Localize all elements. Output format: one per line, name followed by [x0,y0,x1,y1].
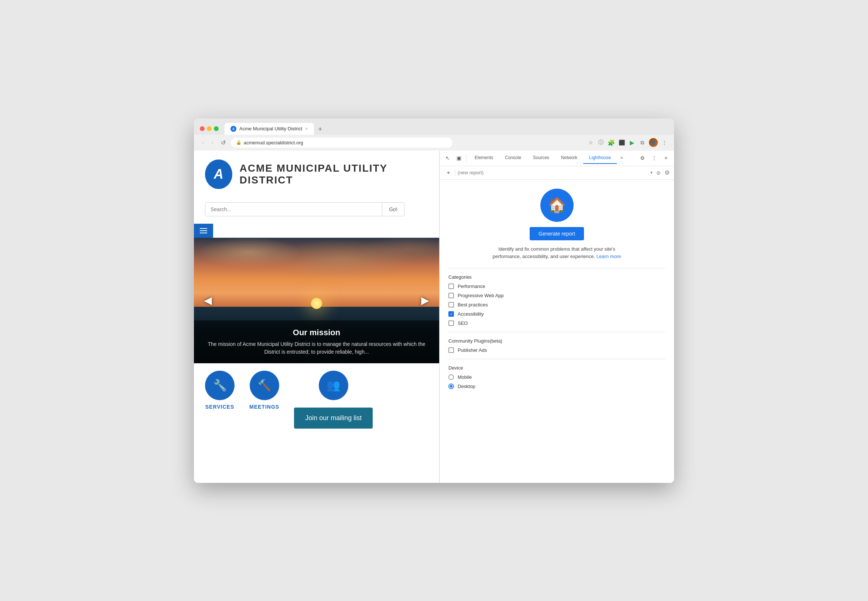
devtools-settings-button[interactable]: ⚙ [637,153,648,163]
chrome-menu-icon[interactable]: ⋮ [661,139,668,146]
forward-button[interactable]: › [209,138,215,147]
pwa-checkbox[interactable] [448,293,454,298]
lighthouse-gear-button[interactable]: ⚙ [665,169,670,176]
lighthouse-lighthouse-icon: 🏠 [548,197,566,214]
tab-console[interactable]: Console [499,152,527,164]
logo-letter: A [214,166,223,182]
tab-lighthouse[interactable]: Lighthouse [583,152,617,164]
new-tab-button[interactable]: + [315,124,326,135]
performance-checkbox[interactable] [448,284,454,289]
hero-prev-button[interactable]: ◄ [198,289,218,312]
toolbar-separator [466,154,466,162]
hero-caption: Our mission The mission of Acme Municipa… [194,320,439,363]
meet-icon[interactable]: ▶ [628,139,636,146]
services-label: SERVICES [205,404,235,410]
category-performance: Performance [448,284,665,289]
staff-item[interactable]: 👥 Join our mailing list [294,371,373,429]
desktop-radio[interactable] [448,384,454,389]
search-section: Go! [194,198,439,224]
tab-network[interactable]: Network [555,152,583,164]
categories-title: Categories [448,274,665,280]
content-area: A ACME MUNICIPAL UTILITY DISTRICT Go! [194,151,674,483]
accessibility-checkbox[interactable]: ✓ [448,311,454,317]
services-item[interactable]: 🔧 SERVICES [205,371,235,410]
meetings-icon: 🔨 [250,371,279,400]
minimize-traffic-light[interactable] [207,126,212,131]
meetings-item[interactable]: 🔨 MEETINGS [249,371,279,410]
publisher-ads-checkbox[interactable] [448,348,454,353]
desktop-label: Desktop [458,384,475,389]
more-tabs-button[interactable]: » [617,152,627,164]
tab-close-button[interactable]: × [305,126,308,131]
accessibility-label: Accessibility [458,311,484,317]
extension-icon[interactable]: 🧩 [608,139,615,146]
browser-tab[interactable]: A Acme Municipal Utility District × [225,123,314,135]
devtools-close-button[interactable]: × [661,153,671,163]
performance-label: Performance [458,284,485,289]
tab-bar: A Acme Municipal Utility District × + [225,123,668,135]
divider-1 [448,268,665,268]
close-traffic-light[interactable] [200,126,205,131]
lock-icon: 🔒 [236,140,241,145]
device-mobile: Mobile [448,374,665,380]
seo-label: SEO [458,320,468,326]
browser-window: A Acme Municipal Utility District × + ‹ … [194,119,674,483]
inspect-element-button[interactable]: ↖ [443,153,453,163]
seo-checkbox[interactable] [448,320,454,326]
hero-section: ◄ ► Our mission The mission of Acme Muni… [194,238,439,363]
hamburger-icon [200,228,207,233]
devtools-more-button[interactable]: ⋮ [649,153,659,163]
hamburger-menu[interactable] [194,224,213,238]
hero-next-button[interactable]: ► [415,289,436,312]
website-panel: A ACME MUNICIPAL UTILITY DISTRICT Go! [194,151,440,483]
back-button[interactable]: ‹ [200,138,206,147]
category-pwa: Progressive Web App [448,293,665,298]
hero-sun [311,298,322,309]
title-bar: A Acme Municipal Utility District × + [194,119,674,135]
mobile-label: Mobile [458,374,472,380]
devtools-toolbar: ↖ ▣ Elements Console Sources Network Lig… [440,151,674,166]
tab-sources[interactable]: Sources [527,152,555,164]
extensions-puzzle-icon[interactable]: ⧉ [639,139,646,146]
report-dropdown-button[interactable]: ▾ [651,170,653,175]
address-actions: ☆ ⓘ 🧩 ⬛ ▶ ⧉ 👤 ⋮ [587,138,668,147]
devtools-panel: ↖ ▣ Elements Console Sources Network Lig… [440,151,674,483]
clear-report-button[interactable]: ⊘ [655,169,662,177]
icons-row: 🔧 SERVICES 🔨 MEETINGS 👥 Join our mailing… [194,363,439,436]
category-seo: SEO [448,320,665,326]
cast-icon[interactable]: ⬛ [618,139,625,146]
profile-avatar[interactable]: 👤 [649,138,658,147]
site-header: A ACME MUNICIPAL UTILITY DISTRICT [194,151,439,198]
hero-caption-text: The mission of Acme Municipal Utility Di… [205,340,428,356]
best-practices-checkbox[interactable] [448,302,454,308]
device-desktop: Desktop [448,384,665,389]
site-title: ACME MUNICIPAL UTILITY DISTRICT [240,162,428,186]
lighthouse-logo: 🏠 [540,189,574,222]
community-title: Community Plugins(beta) [448,338,665,344]
url-bar[interactable]: 🔒 acmemud.specialdistrict.org [231,138,452,148]
search-input[interactable] [205,203,382,216]
url-text: acmemud.specialdistrict.org [244,140,303,145]
bookmark-icon[interactable]: ☆ [587,139,594,146]
tab-title: Acme Municipal Utility District [239,126,302,131]
maximize-traffic-light[interactable] [214,126,219,131]
info-icon[interactable]: ⓘ [597,139,605,146]
services-icon: 🔧 [205,371,235,400]
divider-3 [448,359,665,359]
learn-more-link[interactable]: Learn more [596,253,621,259]
device-title: Device [448,365,665,371]
refresh-button[interactable]: ↺ [219,138,228,148]
search-button[interactable]: Go! [382,203,404,216]
staff-icon: 👥 [319,371,348,400]
device-toggle-button[interactable]: ▣ [454,153,464,163]
new-report-add-button[interactable]: + [444,168,453,177]
divider-2 [448,332,665,332]
lighthouse-hero: 🏠 Generate report Identify and fix commo… [448,189,665,261]
publisher-ads-label: Publisher Ads [458,348,487,353]
mailing-list-button[interactable]: Join our mailing list [294,407,373,429]
generate-report-button[interactable]: Generate report [530,227,584,240]
traffic-lights [200,126,219,131]
site-logo: A [205,160,232,189]
mobile-radio[interactable] [448,374,454,380]
tab-elements[interactable]: Elements [469,152,499,164]
